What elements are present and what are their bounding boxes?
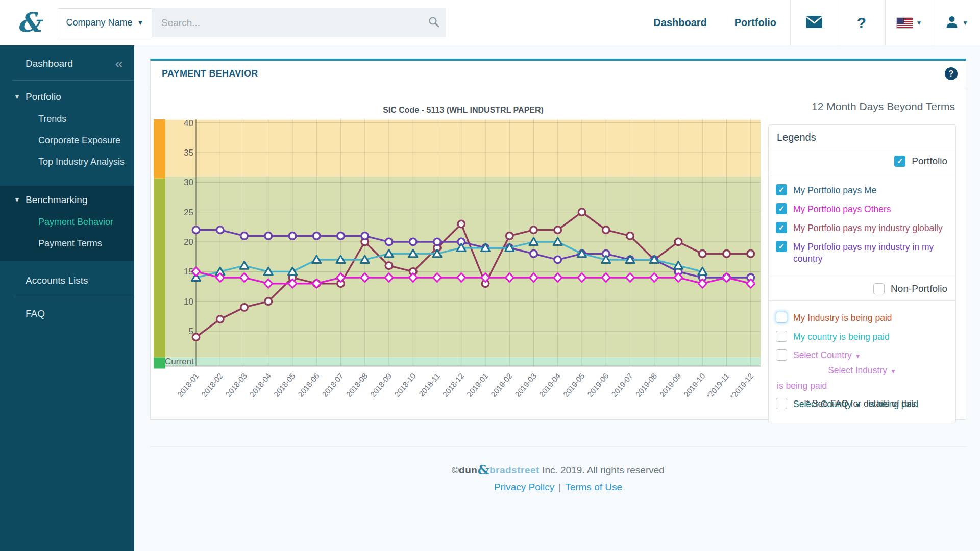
sidebar-item-payment-behavior[interactable]: Payment Behavior	[0, 211, 134, 233]
search-input[interactable]	[152, 17, 422, 29]
envelope-icon	[805, 15, 823, 31]
chevron-down-icon: ▼	[962, 19, 968, 27]
svg-text:2018-10: 2018-10	[393, 371, 417, 398]
svg-text:2019-01: 2019-01	[465, 371, 489, 398]
svg-text:2019-10: 2019-10	[682, 371, 706, 398]
divider	[13, 80, 134, 81]
svg-text:25: 25	[184, 208, 193, 217]
legend-label: My country is being paid	[793, 331, 890, 343]
chevron-down-icon: ▼	[855, 353, 861, 360]
copyright-line: ©dun&bradstreet Inc. 2019. All rights re…	[150, 462, 966, 478]
non-portfolio-group-row: Non-Portfolio	[769, 277, 955, 301]
sidebar: Dashboard « ▼ Portfolio Trends Corporate…	[0, 45, 134, 551]
search-field	[152, 8, 446, 37]
legend-label: My Portfolio pays my industry globally	[793, 222, 943, 234]
portfolio-checkbox[interactable]: ✓	[894, 156, 905, 167]
legend-item-industry-in-country: ✓ My Portfolio pays my industry in my co…	[776, 241, 948, 265]
sidebar-item-dashboard[interactable]: Dashboard «	[0, 53, 134, 75]
search-icon[interactable]	[422, 16, 446, 30]
collapse-sidebar-icon[interactable]: «	[115, 53, 123, 75]
svg-text:5: 5	[189, 327, 193, 336]
dnb-wordmark-bradstreet: bradstreet	[489, 465, 540, 475]
industry-in-country-checkbox[interactable]: ✓	[776, 241, 787, 252]
sidebar-item-portfolio[interactable]: ▼ Portfolio	[0, 86, 134, 108]
panel-help-icon[interactable]: ?	[945, 67, 958, 80]
legends-panel: Legends ✓ Portfolio ✓ My Portfolio pays …	[768, 124, 956, 423]
divider	[13, 297, 134, 297]
svg-text:10: 10	[184, 297, 193, 307]
legend-item-my-country-paid: My country is being paid	[776, 331, 948, 343]
select-industry-dropdown[interactable]: Select Industry▼	[828, 365, 896, 375]
industry-globally-checkbox[interactable]: ✓	[776, 222, 787, 233]
pays-me-checkbox[interactable]: ✓	[776, 184, 787, 195]
sidebar-item-benchmarking[interactable]: ▼ Benchmarking	[0, 189, 134, 211]
select-country-industry-checkbox[interactable]	[776, 349, 787, 361]
svg-text:15: 15	[184, 267, 193, 277]
legends-title: Legends	[769, 125, 955, 149]
legend-item-my-industry-paid: My Industry is being paid	[776, 312, 948, 324]
sidebar-dashboard-label: Dashboard	[26, 58, 73, 69]
company-name-selector[interactable]: Company Name ▼	[58, 8, 152, 37]
messages-button[interactable]	[790, 0, 838, 45]
pays-others-checkbox[interactable]: ✓	[776, 203, 787, 214]
non-portfolio-group-label: Non-Portfolio	[891, 283, 947, 294]
dnb-wordmark-amp: &	[477, 462, 489, 478]
privacy-policy-link[interactable]: Privacy Policy	[494, 482, 554, 492]
copyright-symbol: ©	[452, 465, 459, 475]
payment-behavior-panel: PAYMENT BEHAVIOR ? SIC Code - 5113 (WHL …	[150, 59, 966, 420]
svg-text:2019-09: 2019-09	[658, 371, 682, 398]
svg-text:*2019-11: *2019-11	[704, 371, 730, 400]
help-button[interactable]: ?	[838, 0, 885, 45]
panel-header: PAYMENT BEHAVIOR ?	[151, 61, 966, 87]
chart-subtitle: 12 Month Days Beyond Terms	[812, 101, 955, 113]
select-country-dropdown[interactable]: Select Country▼	[793, 350, 861, 361]
sidebar-item-corporate-exposure[interactable]: Corporate Exposure	[0, 130, 134, 151]
svg-text:Current: Current	[165, 357, 194, 366]
sidebar-item-accounts-lists[interactable]: Accounts Lists	[0, 269, 134, 292]
my-country-paid-checkbox[interactable]	[776, 331, 787, 342]
svg-text:20: 20	[184, 237, 193, 247]
dnb-logo-icon[interactable]: &	[13, 7, 45, 39]
svg-text:2018-12: 2018-12	[441, 371, 465, 398]
navbar-right: Dashboard Portfolio ? ▼ ▼	[640, 0, 980, 45]
top-navbar: & Company Name ▼ Dashboard Portfolio ? ▼	[0, 0, 980, 45]
nav-link-dashboard[interactable]: Dashboard	[640, 0, 720, 45]
legend-label: My Portfolio pays Others	[793, 203, 891, 215]
my-industry-paid-checkbox[interactable]	[776, 312, 787, 323]
svg-text:2018-09: 2018-09	[369, 371, 393, 398]
legends-footnote: * See FAQ for details of this.	[768, 398, 956, 409]
copyright-text: Inc. 2019. All rights reserved	[542, 465, 665, 475]
nav-link-portfolio[interactable]: Portfolio	[721, 0, 790, 45]
legend-item-pays-me: ✓ My Portfolio pays Me	[776, 184, 948, 196]
benchmarking-section: ▼ Benchmarking Payment Behavior Payment …	[0, 186, 134, 261]
sidebar-item-top-industry-analysis[interactable]: Top Industry Analysis	[0, 151, 134, 172]
sidebar-item-payment-terms[interactable]: Payment Terms	[0, 233, 134, 254]
non-portfolio-checkbox[interactable]	[873, 283, 885, 294]
language-selector[interactable]: ▼	[885, 0, 933, 45]
page-footer: ©dun&bradstreet Inc. 2019. All rights re…	[150, 446, 966, 493]
chevron-down-icon: ▼	[14, 189, 20, 211]
sidebar-item-trends[interactable]: Trends	[0, 108, 134, 130]
svg-text:2018-03: 2018-03	[224, 371, 248, 398]
terms-of-use-link[interactable]: Terms of Use	[565, 482, 622, 492]
footer-link-separator: |	[558, 482, 561, 492]
legend-label: My Portfolio pays Me	[793, 184, 876, 196]
svg-text:2019-05: 2019-05	[561, 371, 586, 398]
svg-text:2019-03: 2019-03	[513, 371, 537, 398]
portfolio-group-row: ✓ Portfolio	[769, 149, 955, 173]
panel-title: PAYMENT BEHAVIOR	[162, 68, 258, 79]
user-menu[interactable]: ▼	[933, 0, 980, 45]
portfolio-legend-items: ✓ My Portfolio pays Me ✓ My Portfolio pa…	[769, 173, 955, 277]
select-industry-label: Select Industry	[828, 365, 887, 375]
svg-text:2019-08: 2019-08	[634, 371, 658, 398]
chevron-down-icon: ▼	[916, 19, 922, 27]
svg-text:35: 35	[184, 148, 193, 158]
svg-text:2018-01: 2018-01	[176, 371, 200, 398]
sidebar-item-faq[interactable]: FAQ	[0, 303, 134, 325]
svg-text:2018-02: 2018-02	[200, 371, 224, 398]
svg-text:2018-06: 2018-06	[296, 371, 321, 398]
chevron-down-icon: ▼	[137, 19, 144, 27]
svg-text:2019-06: 2019-06	[585, 371, 610, 398]
svg-text:2019-02: 2019-02	[489, 371, 513, 398]
is-being-paid-label: is being paid	[776, 381, 948, 391]
